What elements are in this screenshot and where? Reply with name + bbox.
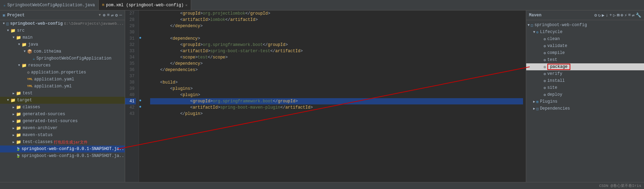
maven-item-plugins[interactable]: ▶ ⊞ Plugins — [526, 98, 644, 105]
maven-item-test[interactable]: ⚙ test — [526, 56, 644, 63]
tree-label-gen-test-sources: generated-test-sources — [23, 119, 78, 124]
maven-item-clean[interactable]: ⚙ clean — [526, 36, 644, 42]
maven-lightning-icon[interactable]: ⚡ — [625, 13, 627, 18]
code-line-41: <groupId>org.springframework.boot</group… — [150, 98, 523, 104]
maven-label-validate: validate — [547, 44, 568, 48]
maven-item-verify[interactable]: ⚙ verify — [526, 70, 644, 77]
tree-item-maven-archiver[interactable]: ▶ 📁 maven-archiver — [0, 125, 125, 132]
sidebar-scroll-icon[interactable]: ⇌ — [111, 13, 114, 18]
code-content[interactable]: <groupId>org.projectlombok</groupId> <ar… — [147, 10, 526, 182]
tree-item-resources[interactable]: ▼ 📁 resources — [0, 62, 125, 69]
sidebar-minimize-icon[interactable]: — — [119, 13, 122, 18]
sidebar-dropdown-icon[interactable]: ▼ — [99, 13, 101, 17]
gear-icon: ⚙ — [544, 65, 546, 69]
code-line-35: </dependency> — [150, 61, 523, 67]
folder-icon: 📁 — [16, 35, 21, 40]
expand-arrow: ▶ — [11, 105, 16, 109]
maven-refresh-icon[interactable]: ↻ — [598, 13, 601, 18]
tree-item-test-classes[interactable]: ▶ 📁 test-classes 打包后生成jar文件 — [0, 139, 125, 145]
code-line-28: <artifactId>lombok</artifactId> — [150, 17, 523, 23]
tab-xml[interactable]: m pom.xml (springboot-web-config) ✕ — [99, 0, 191, 10]
tree-item-main[interactable]: ▼ 📁 main — [0, 34, 125, 41]
project-path: E:\IdeaProjects\javaweb... — [64, 22, 124, 26]
tree-label-classes: classes — [23, 105, 40, 110]
tree-item-jar2[interactable]: 🍃 springboot-web-config-0.0.1-SNAPSHOT.j… — [0, 152, 125, 159]
maven-list-icon[interactable]: ≡ — [628, 13, 631, 18]
folder-icon: 📁 — [16, 91, 21, 96]
tree-item-springboot-app[interactable]: ☕ SpringbootWebConfigApplication — [0, 55, 125, 62]
tree-item-maven-status[interactable]: ▶ 📁 maven-status — [0, 132, 125, 139]
code-line-34: <scope>test</scope> — [150, 54, 523, 61]
maven-item-deploy[interactable]: ⚙ deploy — [526, 91, 644, 98]
tree-item-pkg[interactable]: ▼ 📦 com.itheima — [0, 48, 125, 55]
code-line-36: </dependencies> — [150, 67, 523, 73]
tab-close-icon[interactable]: ✕ — [185, 3, 187, 7]
code-line-39: <plugins> — [150, 86, 523, 92]
tree-item-gen-sources[interactable]: ▶ 📁 generated-sources — [0, 111, 125, 118]
tree-item-app-yml[interactable]: YML application.yml — [0, 83, 125, 90]
tree-item-src[interactable]: ▼ 📁 src — [0, 27, 125, 34]
sidebar-add-icon[interactable]: ⊕ — [103, 13, 106, 18]
tree-label-src: src — [17, 28, 25, 33]
maven-item-root[interactable]: ▼ ◫ springboot-web-config — [526, 22, 644, 29]
tree-item-java[interactable]: ▼ 📁 java — [0, 41, 125, 48]
maven-m-icon[interactable]: m — [617, 13, 620, 18]
tree-label-gen-sources: generated-sources — [23, 112, 65, 117]
maven-tool-icon[interactable]: 🔧 — [636, 13, 641, 18]
line-num: 33 — [125, 48, 136, 54]
sidebar-toolbar: ⊕ ≡ ⇌ ⚙ — — [103, 13, 122, 18]
tree-item-classes[interactable]: ▶ 📁 classes — [0, 104, 125, 111]
maven-item-site[interactable]: ⚙ site — [526, 84, 644, 91]
line-num: 28 — [125, 17, 136, 23]
project-icon: ▣ — [3, 13, 5, 17]
line-num: 42 — [125, 104, 136, 111]
line-num: 38 — [125, 79, 136, 86]
maven-download-icon[interactable]: ▶ — [602, 13, 605, 18]
tree-item-app-properties[interactable]: ⚙ application.properties — [0, 69, 125, 76]
maven-label-compile: compile — [547, 50, 565, 55]
maven-add-icon[interactable]: + — [609, 13, 612, 18]
maven-label-test: test — [547, 57, 557, 62]
line-num-selected: 41 — [125, 98, 136, 104]
tab-bar: ☕ SpringbootWebConfigApplication.java m … — [0, 0, 644, 10]
maven-download2-icon[interactable]: ↓ — [605, 13, 608, 18]
line-num: 39 — [125, 86, 136, 92]
maven-item-lifecycle[interactable]: ▼ ⊙ Lifecycle — [526, 29, 644, 36]
deps-icon: ◫ — [536, 107, 539, 111]
plugins-icon: ⊞ — [536, 100, 539, 104]
tree-item-gen-test-sources[interactable]: ▶ 📁 generated-test-sources — [0, 118, 125, 125]
tree-label-jar1: springboot-web-config-0.0.1-SNAPSHOT.ja.… — [22, 147, 125, 151]
maven-label-deploy: deploy — [547, 92, 562, 97]
maven-item-install[interactable]: ⚙ install — [526, 77, 644, 84]
tab-java[interactable]: ☕ SpringbootWebConfigApplication.java — [0, 0, 99, 10]
maven-item-compile[interactable]: ⚙ compile — [526, 49, 644, 56]
sidebar-layout-icon[interactable]: ≡ — [107, 13, 110, 18]
tree-item-app-yaml[interactable]: YML application.yaml — [0, 76, 125, 83]
sidebar-settings-icon[interactable]: ⚙ — [115, 13, 118, 18]
expand-arrow: ▼ — [6, 29, 10, 32]
tree-item-jar1[interactable]: 🍃 springboot-web-config-0.0.1-SNAPSHOT.j… — [0, 145, 125, 152]
maven-run-icon[interactable]: ▷ — [613, 13, 616, 18]
tree-label-jar2: springboot-web-config-0.0.1-SNAPSHOT.ja.… — [22, 153, 125, 158]
tree-item-test[interactable]: ▶ 📁 test — [0, 90, 125, 97]
maven-scroll-icon[interactable]: ⇌ — [632, 13, 635, 18]
maven-settings-icon[interactable]: ⚙ — [594, 13, 597, 18]
gear-icon: ⚙ — [544, 93, 546, 97]
maven-item-package[interactable]: ⚙ package — [526, 63, 644, 70]
folder-icon: 📁 — [16, 140, 21, 145]
maven-expand-arrow: ▼ — [533, 30, 535, 34]
maven-skip-icon[interactable]: ⊕ — [621, 13, 623, 18]
tree-item-target[interactable]: ▼ 📁 target — [0, 97, 125, 104]
sidebar-header: ▣ Project ▼ ⊕ ≡ ⇌ ⚙ — — [0, 10, 125, 20]
tab-xml-label: pom.xml (springboot-web-config) — [106, 3, 184, 8]
maven-item-validate[interactable]: ⚙ validate — [526, 42, 644, 49]
gutter-icon-31: ● — [139, 36, 141, 40]
line-num: 27 — [125, 10, 136, 17]
folder-icon: 📁 — [16, 112, 21, 117]
expand-arrow: ▶ — [11, 133, 16, 137]
maven-label-clean: clean — [547, 37, 560, 41]
maven-item-dependencies[interactable]: ▶ ◫ Dependencies — [526, 105, 644, 112]
code-line-43: </plugin> — [150, 111, 523, 117]
package-icon: 📦 — [27, 49, 32, 54]
tree-item-root[interactable]: ▼ ◫ springboot-web-config E:\IdeaProject… — [0, 20, 125, 27]
